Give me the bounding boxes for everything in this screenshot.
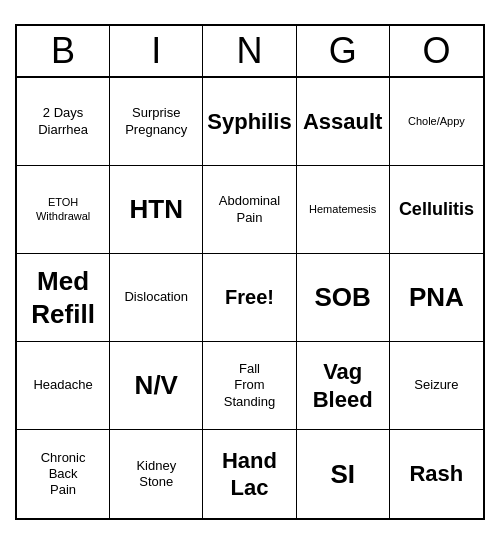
bingo-cell-4: Chole/Appy bbox=[390, 78, 483, 166]
bingo-header: BINGO bbox=[17, 26, 483, 78]
bingo-letter-o: O bbox=[390, 26, 483, 76]
bingo-cell-21: KidneyStone bbox=[110, 430, 203, 518]
bingo-letter-i: I bbox=[110, 26, 203, 76]
bingo-letter-g: G bbox=[297, 26, 390, 76]
bingo-cell-11: Dislocation bbox=[110, 254, 203, 342]
bingo-cell-0: 2 DaysDiarrhea bbox=[17, 78, 110, 166]
bingo-cell-9: Cellulitis bbox=[390, 166, 483, 254]
bingo-cell-18: VagBleed bbox=[297, 342, 390, 430]
bingo-letter-b: B bbox=[17, 26, 110, 76]
bingo-cell-10: MedRefill bbox=[17, 254, 110, 342]
bingo-cell-24: Rash bbox=[390, 430, 483, 518]
bingo-cell-23: SI bbox=[297, 430, 390, 518]
bingo-grid: 2 DaysDiarrheaSurprisePregnancySyphilisA… bbox=[17, 78, 483, 518]
bingo-card: BINGO 2 DaysDiarrheaSurprisePregnancySyp… bbox=[15, 24, 485, 520]
bingo-cell-3: Assault bbox=[297, 78, 390, 166]
bingo-cell-20: ChronicBackPain bbox=[17, 430, 110, 518]
bingo-cell-1: SurprisePregnancy bbox=[110, 78, 203, 166]
bingo-cell-13: SOB bbox=[297, 254, 390, 342]
bingo-cell-12: Free! bbox=[203, 254, 296, 342]
bingo-cell-22: HandLac bbox=[203, 430, 296, 518]
bingo-cell-19: Seizure bbox=[390, 342, 483, 430]
bingo-cell-15: Headache bbox=[17, 342, 110, 430]
bingo-cell-5: ETOHWithdrawal bbox=[17, 166, 110, 254]
bingo-cell-17: FallFromStanding bbox=[203, 342, 296, 430]
bingo-cell-7: AbdominalPain bbox=[203, 166, 296, 254]
bingo-cell-6: HTN bbox=[110, 166, 203, 254]
bingo-cell-8: Hematemesis bbox=[297, 166, 390, 254]
bingo-cell-16: N/V bbox=[110, 342, 203, 430]
bingo-cell-2: Syphilis bbox=[203, 78, 296, 166]
bingo-cell-14: PNA bbox=[390, 254, 483, 342]
bingo-letter-n: N bbox=[203, 26, 296, 76]
